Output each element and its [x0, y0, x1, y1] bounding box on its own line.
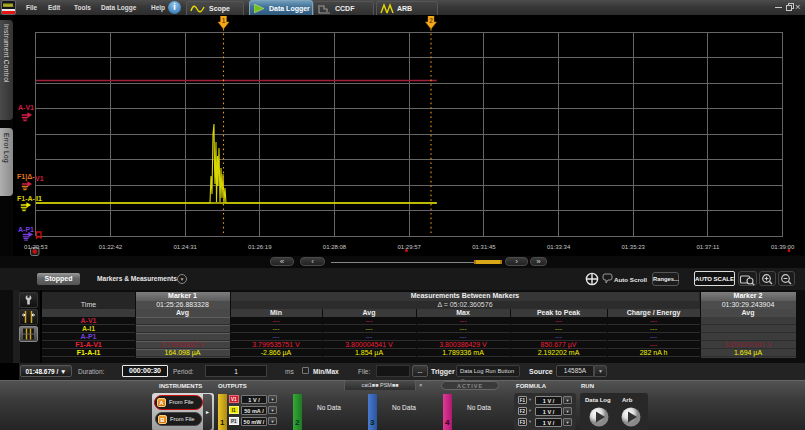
svg-text:01:33:34: 01:33:34 — [547, 244, 571, 250]
svg-text:F1-A-: F1-A- — [17, 195, 36, 202]
svg-text:01:39:00: 01:39:00 — [771, 244, 795, 250]
svg-text:1: 1 — [222, 17, 226, 24]
svg-text:01:35:23: 01:35:23 — [622, 244, 646, 250]
svg-text:01:28:08: 01:28:08 — [323, 244, 347, 250]
svg-text:V1: V1 — [35, 175, 44, 182]
svg-text:01:24:31: 01:24:31 — [174, 244, 198, 250]
svg-text:A-V1: A-V1 — [18, 104, 34, 111]
svg-text:01:29:57: 01:29:57 — [398, 244, 422, 250]
svg-text:01:20:53: 01:20:53 — [24, 244, 48, 250]
svg-text:F1|Δ-: F1|Δ- — [17, 173, 35, 181]
svg-text:01:26:19: 01:26:19 — [248, 244, 272, 250]
svg-text:2: 2 — [429, 17, 433, 24]
svg-text:01:22:42: 01:22:42 — [99, 244, 123, 250]
svg-text:01:37:11: 01:37:11 — [696, 244, 720, 250]
svg-text:I1: I1 — [36, 195, 42, 202]
svg-text:A-P1: A-P1 — [18, 226, 34, 233]
svg-text:01:31:45: 01:31:45 — [472, 244, 496, 250]
